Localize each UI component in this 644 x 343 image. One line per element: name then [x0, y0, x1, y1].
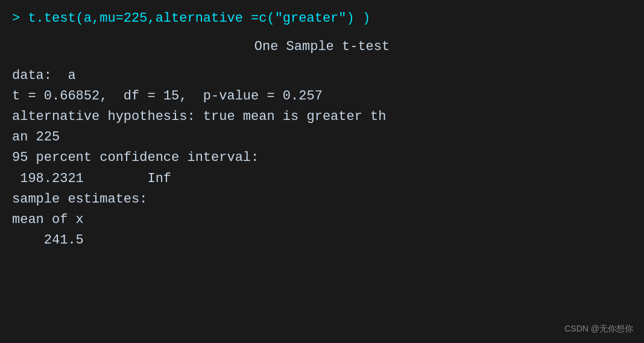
- output-line: 95 percent confidence interval:: [12, 148, 632, 168]
- output-line: an 225: [12, 127, 632, 148]
- output-line: data: a: [12, 66, 632, 86]
- output-lines: data: at = 0.66852, df = 15, p-value = 0…: [12, 66, 632, 251]
- output-line: sample estimates:: [12, 189, 632, 210]
- watermark: CSDN @无你想你: [564, 324, 633, 335]
- command-line: > t.test(a,mu=225,alternative =c("greate…: [12, 11, 632, 26]
- output-line: 198.2321 Inf: [12, 169, 632, 189]
- terminal-window: > t.test(a,mu=225,alternative =c("greate…: [0, 0, 644, 343]
- output-line: alternative hypothesis: true mean is gre…: [12, 107, 632, 127]
- output-line: mean of x: [12, 210, 632, 230]
- output-line: 241.5: [12, 230, 632, 251]
- output-block: One Sample t-test: [12, 37, 632, 57]
- test-title: One Sample t-test: [12, 37, 632, 57]
- output-line: t = 0.66852, df = 15, p-value = 0.257: [12, 86, 632, 107]
